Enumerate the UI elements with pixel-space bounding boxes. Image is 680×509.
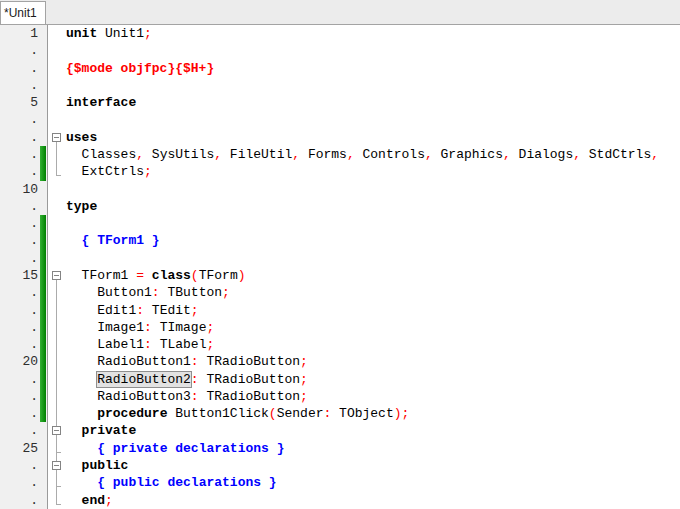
code-text[interactable]: public — [64, 457, 680, 474]
line-number: . — [0, 146, 38, 163]
code-text[interactable]: Edit1: TEdit; — [64, 302, 680, 319]
fold-column — [48, 215, 64, 232]
code-line: . — [0, 77, 680, 94]
line-number: . — [0, 336, 38, 353]
fold-toggle-icon[interactable] — [48, 129, 64, 146]
code-line: . procedure Button1Click(Sender: TObject… — [0, 405, 680, 422]
gutter-change-column — [38, 422, 48, 439]
code-text[interactable]: ExtCtrls; — [64, 163, 680, 180]
fold-column — [48, 77, 64, 94]
line-number: . — [0, 457, 38, 474]
code-text[interactable] — [64, 250, 680, 267]
code-text[interactable]: Button1: TButton; — [64, 284, 680, 301]
gutter-change-column — [38, 198, 48, 215]
code-line: .type — [0, 198, 680, 215]
gutter-change-column — [38, 284, 48, 301]
code-text[interactable]: interface — [64, 94, 680, 111]
line-number: 10 — [0, 181, 38, 198]
fold-column — [48, 302, 64, 319]
code-line: 10 — [0, 181, 680, 198]
modified-line-bar — [40, 405, 46, 422]
fold-column — [48, 319, 64, 336]
code-text[interactable]: RadioButton3: TRadioButton; — [64, 388, 680, 405]
line-number: . — [0, 492, 38, 509]
gutter-change-column — [38, 181, 48, 198]
code-text[interactable]: { public declarations } — [64, 474, 680, 491]
code-line: 5interface — [0, 94, 680, 111]
fold-column — [48, 405, 64, 422]
code-text[interactable] — [64, 111, 680, 128]
code-text[interactable]: Classes, SysUtils, FileUtil, Forms, Cont… — [64, 146, 680, 163]
gutter-change-column — [38, 457, 48, 474]
fold-column — [48, 250, 64, 267]
code-text[interactable] — [64, 215, 680, 232]
line-number: . — [0, 284, 38, 301]
code-line: . ExtCtrls; — [0, 163, 680, 180]
line-number: . — [0, 422, 38, 439]
fold-toggle-icon[interactable] — [48, 422, 64, 439]
code-text[interactable]: {$mode objfpc}{$H+} — [64, 60, 680, 77]
source-editor-window: *Unit1 1unit Unit1;..{$mode objfpc}{$H+}… — [0, 0, 680, 509]
fold-column — [48, 163, 64, 180]
fold-column — [48, 94, 64, 111]
code-line: .uses — [0, 129, 680, 146]
modified-line-bar — [40, 232, 46, 249]
modified-line-bar — [40, 215, 46, 232]
fold-toggle-icon[interactable] — [48, 457, 64, 474]
code-line: . — [0, 215, 680, 232]
fold-toggle-icon[interactable] — [48, 267, 64, 284]
code-line: . Button1: TButton; — [0, 284, 680, 301]
code-editor-area[interactable]: 1unit Unit1;..{$mode objfpc}{$H+}.5inter… — [0, 25, 680, 509]
code-text[interactable]: { private declarations } — [64, 440, 680, 457]
highlighted-identifier[interactable]: RadioButton2 — [97, 372, 191, 387]
line-number: . — [0, 232, 38, 249]
gutter-change-column — [38, 267, 48, 284]
code-text[interactable]: private — [64, 422, 680, 439]
code-text[interactable]: end; — [64, 492, 680, 509]
line-number: 5 — [0, 94, 38, 111]
code-text[interactable]: unit Unit1; — [64, 25, 680, 42]
code-text[interactable]: RadioButton1: TRadioButton; — [64, 353, 680, 370]
code-text[interactable]: RadioButton2: TRadioButton; — [64, 371, 680, 388]
line-number: . — [0, 111, 38, 128]
code-text[interactable]: Label1: TLabel; — [64, 336, 680, 353]
code-line: . RadioButton3: TRadioButton; — [0, 388, 680, 405]
gutter-change-column — [38, 163, 48, 180]
line-number: . — [0, 319, 38, 336]
code-line: . Edit1: TEdit; — [0, 302, 680, 319]
modified-line-bar — [40, 163, 46, 180]
modified-line-bar — [40, 319, 46, 336]
gutter-change-column — [38, 405, 48, 422]
code-text[interactable]: TForm1 = class(TForm) — [64, 267, 680, 284]
code-text[interactable] — [64, 77, 680, 94]
modified-line-bar — [40, 388, 46, 405]
code-text[interactable]: procedure Button1Click(Sender: TObject); — [64, 405, 680, 422]
line-number: . — [0, 474, 38, 491]
editor-tab-bar: *Unit1 — [0, 0, 680, 25]
code-line: . Classes, SysUtils, FileUtil, Forms, Co… — [0, 146, 680, 163]
code-text[interactable]: Image1: TImage; — [64, 319, 680, 336]
modified-line-bar — [40, 371, 46, 388]
code-line: . — [0, 111, 680, 128]
line-number: . — [0, 42, 38, 59]
gutter-change-column — [38, 111, 48, 128]
line-number: . — [0, 198, 38, 215]
gutter-change-column — [38, 353, 48, 370]
code-line: .{$mode objfpc}{$H+} — [0, 60, 680, 77]
gutter-change-column — [38, 25, 48, 42]
modified-line-bar — [40, 302, 46, 319]
fold-column — [48, 284, 64, 301]
line-number: . — [0, 302, 38, 319]
tab-unit1[interactable]: *Unit1 — [0, 1, 46, 24]
fold-column — [48, 181, 64, 198]
code-text[interactable]: uses — [64, 129, 680, 146]
line-number: . — [0, 60, 38, 77]
tab-unit1-label: *Unit1 — [4, 6, 37, 20]
code-text[interactable]: { TForm1 } — [64, 232, 680, 249]
code-text[interactable]: type — [64, 198, 680, 215]
code-line: . — [0, 42, 680, 59]
code-text[interactable] — [64, 181, 680, 198]
code-text[interactable] — [64, 42, 680, 59]
code-line: . end; — [0, 492, 680, 509]
modified-line-bar — [40, 146, 46, 163]
